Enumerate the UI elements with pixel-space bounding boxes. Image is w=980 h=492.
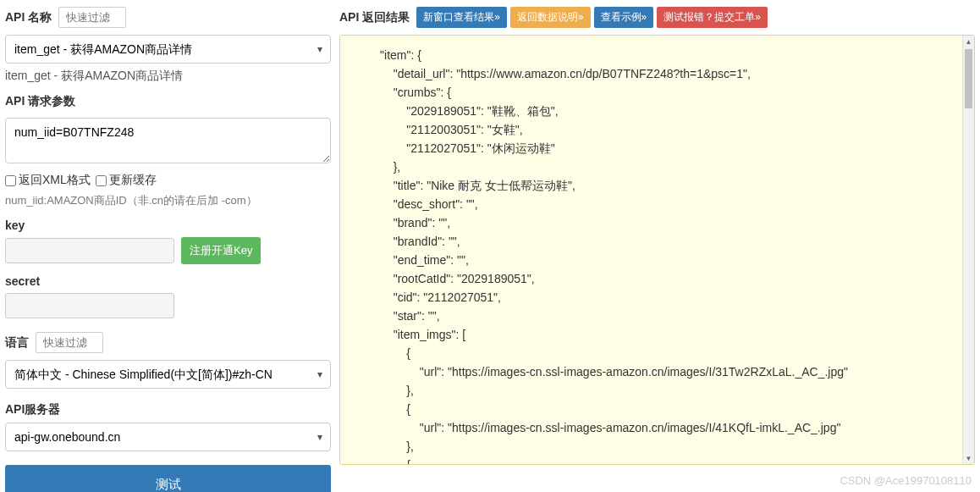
key-label: key [5,218,331,232]
checkbox-cache-label[interactable]: 更新缓存 [96,173,157,188]
api-name-label: API 名称 [5,10,52,25]
checkbox-xml-label[interactable]: 返回XML格式 [5,173,91,188]
result-box: "item": { "detail_url": "https://www.ama… [339,35,975,465]
left-panel: API 名称 item_get - 获得AMAZON商品详情 item_get … [5,7,339,485]
language-select[interactable]: 简体中文 - Chinese Simplified(中文[简体])#zh-CN [5,360,331,389]
right-panel: API 返回结果 新窗口查看结果» 返回数据说明» 查看示例» 测试报错？提交工… [339,7,975,485]
checkbox-xml[interactable] [5,175,16,186]
api-server-select[interactable]: api-gw.onebound.cn [5,423,331,451]
new-window-button[interactable]: 新窗口查看结果» [416,7,507,28]
secret-label: secret [5,274,331,288]
watermark: CSDN @Ace19970108110 [840,474,972,487]
scroll-up-icon[interactable]: ▲ [963,36,974,47]
key-input[interactable] [5,238,174,263]
api-select[interactable]: item_get - 获得AMAZON商品详情 [5,35,331,64]
test-button[interactable]: 测试 [5,465,331,492]
scroll-down-icon[interactable]: ▼ [963,452,974,464]
language-label: 语言 [5,335,29,351]
view-example-button[interactable]: 查看示例» [594,7,654,28]
report-error-button[interactable]: 测试报错？提交工单» [657,7,768,28]
result-scroll-area[interactable]: "item": { "detail_url": "https://www.ama… [340,36,962,464]
scrollbar[interactable]: ▲ ▼ [962,36,974,464]
api-select-subtext: item_get - 获得AMAZON商品详情 [5,69,331,84]
scrollbar-thumb[interactable] [965,49,972,108]
api-name-filter-input[interactable] [58,7,126,28]
request-params-label: API 请求参数 [5,94,331,109]
checkbox-cache[interactable] [96,175,107,186]
json-content: "item": { "detail_url": "https://www.ama… [354,46,949,464]
register-key-button[interactable]: 注册开通Key [181,237,261,264]
language-filter-input[interactable] [36,332,103,353]
api-server-label: API服务器 [5,402,331,417]
result-title: API 返回结果 [339,10,410,25]
request-params-textarea[interactable] [5,118,331,163]
return-data-button[interactable]: 返回数据说明» [510,7,591,28]
secret-input[interactable] [5,293,174,318]
params-hint: num_iid:AMAZON商品ID（非.cn的请在后加 -com） [5,193,331,208]
